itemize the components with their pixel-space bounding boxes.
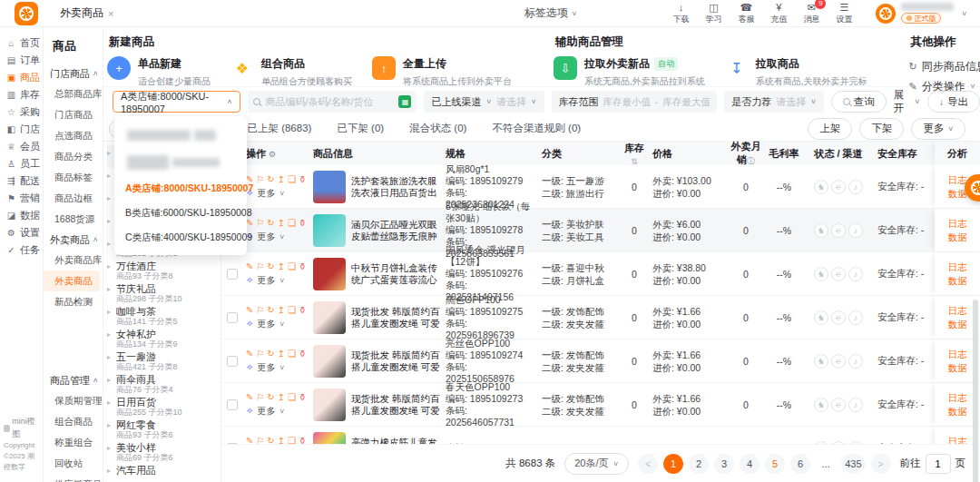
sync-icon[interactable]: ↻ xyxy=(267,436,274,445)
action-card[interactable]: ⇩ 拉取外卖新品自动 系统无商品,外卖新品拉到系统 xyxy=(554,56,705,88)
category-item[interactable]: ▸ 五一趣游 商品421 子分类8 xyxy=(107,349,220,372)
page-button-2[interactable]: 2 xyxy=(689,454,709,474)
product-name[interactable]: 中秋节月饼礼盒装传统广式蛋黄莲蓉流心桃山皮月饼特产送礼品团购 xyxy=(351,262,440,286)
menu-item-门店商品[interactable]: 门店商品 xyxy=(44,104,103,125)
row-checkbox[interactable] xyxy=(221,399,243,410)
row-more-button[interactable]: ✧ 更多 ∨ xyxy=(246,361,308,374)
copy-icon[interactable]: ❏ xyxy=(288,436,296,445)
category-item[interactable]: ▸ 汽车用品 xyxy=(107,463,220,482)
upload-icon[interactable]: ↥ xyxy=(278,261,285,271)
delete-icon[interactable]: ⚱ xyxy=(299,436,306,445)
dropdown-item[interactable]: A类店铺:8000/SKU-18950007 xyxy=(114,176,247,201)
product-image[interactable] xyxy=(313,258,346,290)
shelf-off-button[interactable]: 下架 xyxy=(859,118,904,140)
upload-icon[interactable]: ↥ xyxy=(278,436,285,445)
column-settings-gear-icon[interactable]: ⚙ xyxy=(269,150,276,159)
row-more-button[interactable]: ✧ 更多 ∨ xyxy=(246,274,308,287)
category-item[interactable]: ▸ 网红零食 商品93 子分类6 xyxy=(107,418,220,440)
delete-icon[interactable]: ⚱ xyxy=(299,218,306,228)
delete-icon[interactable]: ⚱ xyxy=(299,174,306,184)
sync-icon[interactable]: ↻ xyxy=(267,392,274,402)
sidebar-item-营销[interactable]: ⚑ 营销 xyxy=(0,190,43,207)
upload-icon[interactable]: ↥ xyxy=(278,305,285,315)
sidebar-item-库存[interactable]: ▥ 库存 xyxy=(0,86,43,103)
channel-filter[interactable]: 已上线渠道 ∨ 请选择 ∨ xyxy=(424,91,544,113)
user-menu-chevron-icon[interactable]: ∨ xyxy=(961,10,967,17)
sidebar-item-商品[interactable]: ▣ 商品 xyxy=(0,69,43,86)
page-button-4[interactable]: 4 xyxy=(740,454,760,474)
copy-icon[interactable]: ❏ xyxy=(288,392,296,402)
menu-group-header[interactable]: 门店商品 ∧ xyxy=(44,64,103,84)
tag-icon[interactable]: ⚐ xyxy=(256,218,264,228)
action-card[interactable]: + 单品新建 适合创建少量商品 xyxy=(107,56,211,88)
status-tab-混合状态 (0)[interactable]: 混合状态 (0) xyxy=(397,116,479,142)
menu-item-商品分类[interactable]: 商品分类 xyxy=(44,146,103,167)
data-link[interactable]: 数据 xyxy=(948,362,967,374)
dropdown-item-blurred[interactable] xyxy=(114,122,247,149)
row-checkbox[interactable] xyxy=(221,269,243,280)
upload-icon[interactable]: ↥ xyxy=(278,174,285,184)
menu-item-称重组合[interactable]: 称重组合 xyxy=(44,432,103,453)
dropdown-item[interactable]: C类店铺:4000/SKU-18950009 xyxy=(114,225,247,250)
row-checkbox[interactable] xyxy=(221,312,243,323)
excel-import-icon[interactable]: ▦ xyxy=(398,95,411,108)
page-button-3[interactable]: 3 xyxy=(714,454,734,474)
tag-icon[interactable]: ⚐ xyxy=(256,392,264,402)
copy-icon[interactable]: ❏ xyxy=(288,174,296,184)
avatar[interactable] xyxy=(876,4,896,24)
copy-icon[interactable]: ❏ xyxy=(288,305,296,315)
menu-item-点选商品[interactable]: 点选商品 xyxy=(44,125,103,146)
product-name[interactable]: 现货批发 韩版简约百搭儿童发圈发绳 可爱宝宝扎头发皮筋发饰 xyxy=(351,306,440,330)
category-item[interactable]: ▸ 万佳酒庄 商品93 子分类8 xyxy=(107,259,220,281)
message-icon[interactable]: ✉消息9 xyxy=(803,3,819,24)
vertical-scrollbar[interactable] xyxy=(973,300,978,482)
stock-min-input[interactable] xyxy=(603,96,651,107)
page-button-435[interactable]: 435 xyxy=(841,454,865,474)
menu-item-组合商品[interactable]: 组合商品 xyxy=(44,411,103,432)
log-link[interactable]: 日志 xyxy=(948,436,967,445)
status-tab-已下架 (0)[interactable]: 已下架 (0) xyxy=(324,116,397,142)
settings-icon[interactable]: ☰设置 xyxy=(836,3,852,24)
upload-icon[interactable]: ↥ xyxy=(278,349,285,359)
sidebar-item-数据[interactable]: ◪ 数据 xyxy=(0,207,43,224)
log-link[interactable]: 日志 xyxy=(948,305,967,317)
next-page-button[interactable]: > xyxy=(871,454,891,474)
menu-item-外卖商品[interactable]: 外卖商品 xyxy=(44,271,100,291)
open-tab-waimai[interactable]: 外卖商品 × xyxy=(51,0,122,27)
data-link[interactable]: 数据 xyxy=(948,406,967,418)
page-button-6[interactable]: 6 xyxy=(790,454,810,474)
product-name[interactable]: 现货批发 韩版简约百搭儿童发圈发绳 可爱宝宝扎头发皮筋发饰 xyxy=(351,393,440,417)
menu-item-新品检测[interactable]: 新品检测 xyxy=(44,291,103,312)
row-more-button[interactable]: ✧ 更多 ∨ xyxy=(246,231,308,243)
menu-item-回收站[interactable]: 回收站 xyxy=(44,453,103,474)
data-link[interactable]: 数据 xyxy=(948,231,967,243)
menu-item-1688货源[interactable]: 1688货源 xyxy=(44,209,103,230)
export-button[interactable]: ↓ 导出 xyxy=(927,91,980,113)
menu-item-商品标签[interactable]: 商品标签 xyxy=(44,167,103,188)
tag-icon[interactable]: ⚐ xyxy=(256,349,264,359)
menu-item-供应链商品[interactable]: 供应链商品 xyxy=(44,474,103,482)
edit-icon[interactable]: ✎ xyxy=(246,392,253,402)
product-name[interactable]: 涵贝尔正品哑光双眼皮贴蕾丝隐形无痕肿眼泡单眼皮化妆师粘贴性强 xyxy=(351,219,440,242)
category-item[interactable]: ▸ 女神私护 商品134 子分类9 xyxy=(107,327,220,349)
action-card[interactable]: ↑ 全量上传 将系统商品上传到外卖平台 xyxy=(372,56,512,88)
sidebar-item-设置[interactable]: ⚙ 设置 xyxy=(0,224,43,241)
menu-item-保质期管理[interactable]: 保质期管理 xyxy=(44,390,103,411)
sidebar-item-任务[interactable]: ✓ 任务 xyxy=(0,241,43,259)
delete-icon[interactable]: ⚱ xyxy=(299,392,306,402)
sidebar-item-门店[interactable]: ◧ 门店 xyxy=(0,121,43,138)
more-actions-button[interactable]: 更多∨ xyxy=(911,118,965,140)
category-item[interactable]: ▸ 咖啡与茶 商品141 子分类5 xyxy=(107,304,220,327)
recommend-filter[interactable]: 是否力荐 请选择 ∨ xyxy=(724,91,824,113)
menu-item-商品边框[interactable]: 商品边框 xyxy=(44,188,103,209)
op-link-同步商品信息[interactable]: ↻ 同步商品信息 ∨ xyxy=(909,56,980,76)
sidebar-item-配送[interactable]: ⇶ 配送 xyxy=(0,172,43,190)
menu-group-header[interactable]: 外卖商品 ∧ xyxy=(44,230,103,250)
tag-icon[interactable]: ⚐ xyxy=(256,261,264,271)
row-more-button[interactable]: ✧ 更多 ∨ xyxy=(246,405,308,418)
product-image[interactable] xyxy=(313,301,346,334)
menu-item-外卖商品库[interactable]: 外卖商品库 xyxy=(44,250,103,271)
sidebar-item-订单[interactable]: ▤ 订单 xyxy=(0,52,43,69)
sidebar-item-会员[interactable]: ♕ 会员 xyxy=(0,138,43,155)
delete-icon[interactable]: ⚱ xyxy=(299,261,306,271)
